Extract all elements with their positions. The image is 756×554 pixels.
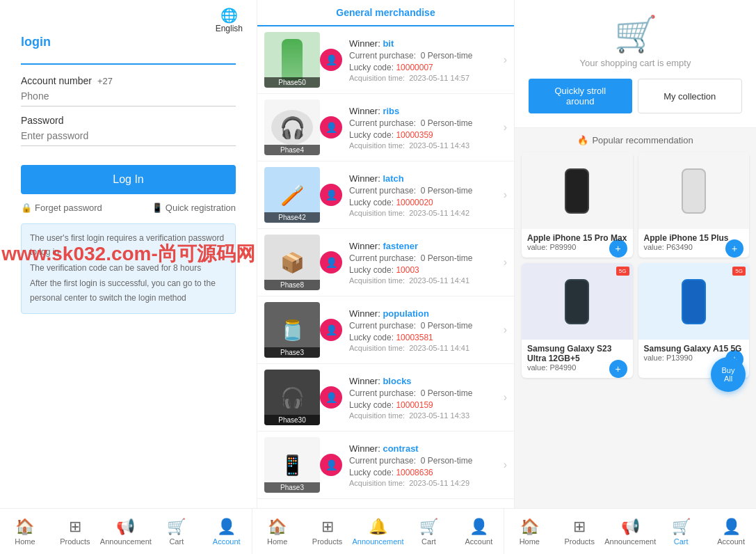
fire-icon: 🔥 [577,135,588,145]
nav-label: Account [717,537,745,546]
action-buttons: Quickly stroll around My collection [529,79,742,113]
buy-all-button[interactable]: Buy All [711,357,746,392]
nav-item-products-left[interactable]: ⊞ Products [50,509,100,554]
right-panel: 🛒 Your shopping cart is empty Quickly st… [515,0,756,508]
avatar: 👤 [320,49,342,71]
collection-button[interactable]: My collection [638,79,743,113]
quick-registration-link[interactable]: 📱 Quick registration [152,203,236,213]
product-info: Winner: fastener Current purchase: 0 Per… [342,241,504,285]
product-info: Winner: blocks Current purchase: 0 Perso… [342,376,504,420]
chevron-right-icon: › [504,324,507,336]
bottom-nav-container: 🏠 Home ⊞ Products 📢 Announcement 🛒 Cart … [0,508,756,554]
cart-section: 🛒 Your shopping cart is empty Quickly st… [515,0,756,128]
nav-label: Cart [169,537,184,546]
globe-icon: 🌐 [220,7,238,24]
product-card-info: Samsung Galaxy S23 Ultra 12GB+5 value: P… [522,340,633,376]
popular-header: 🔥 Popular recommendation [522,135,749,145]
nav-item-account-mid[interactable]: 👤 Account [453,509,504,554]
home-icon: 🏠 [268,518,287,536]
account-number-label: Account number [21,75,92,86]
nav-item-announcement-mid[interactable]: 🔔 Announcement [353,509,404,554]
nav-label: Account [465,537,493,546]
nav-item-announcement-left[interactable]: 📢 Announcement [100,509,152,554]
cart-icon: 🛒 [672,518,691,536]
account-icon: 👤 [469,518,488,536]
list-item[interactable]: 🫙 Phase3 👤 Winner: population Current pu… [257,296,514,364]
nav-label: Announcement [100,537,152,546]
add-to-cart-button[interactable]: + [609,360,627,378]
nav-item-home-left[interactable]: 🏠 Home [0,509,50,554]
product-thumbnail: 📱 Phase3 [264,437,320,493]
nav-item-announcement-right[interactable]: 📢 Announcement [604,509,656,554]
nav-item-account-right[interactable]: 👤 Account [706,509,756,554]
product-info: Winner: contrast Current purchase: 0 Per… [342,443,504,487]
lock-icon: 🔒 [21,203,32,213]
cart-icon: 🛒 [419,518,438,536]
nav-label: Products [565,537,595,546]
product-info: Winner: population Current purchase: 0 P… [342,308,504,352]
product-value-label: value: P13990 [644,354,693,362]
product-card-image: 5G [638,263,750,340]
product-thumbnail: 🎧 Phase30 [264,370,320,425]
nav-item-cart-mid[interactable]: 🛒 Cart [404,509,454,554]
product-info: Winner: bit Current purchase: 0 Person-t… [342,38,504,82]
product-card[interactable]: 5G Samsung Galaxy S23 Ultra 12GB+5 value… [522,263,633,378]
product-name: Apple iPhone 15 Pro Max [527,233,627,243]
chevron-right-icon: › [504,256,507,269]
nav-item-account-left[interactable]: 👤 Account [202,509,252,554]
divider [21,63,236,65]
products-panel: General merchandise Phase50 👤 Winner: bi… [257,0,515,508]
nav-label: Cart [674,537,689,546]
home-icon: 🏠 [520,518,539,536]
nav-section-middle: 🏠 Home ⊞ Products 🔔 Announcement 🛒 Cart … [252,509,505,554]
nav-section-right: 🏠 Home ⊞ Products 📢 Announcement 🛒 Cart … [504,509,756,554]
list-item[interactable]: 🎧 Phase30 👤 Winner: blocks Current purch… [257,364,514,432]
chevron-right-icon: › [504,391,507,404]
product-card-image [638,152,750,229]
phone-input[interactable] [21,86,236,106]
list-item[interactable]: 📦 Phase8 👤 Winner: fastener Current purc… [257,229,514,296]
product-card-info: Apple iPhone 15 Plus value: P63490 + [638,229,750,255]
product-value-label: value: P63490 [644,243,693,251]
info-box: The user's first login requires a verifi… [21,223,236,314]
list-item[interactable]: Phase50 👤 Winner: bit Current purchase: … [257,26,514,94]
internet-badge: 5G [732,267,746,276]
product-thumbnail: Phase50 [264,32,320,88]
country-code: +27 [97,76,113,86]
nav-item-products-right[interactable]: ⊞ Products [554,509,604,554]
product-value-label: value: P89990 [527,243,576,251]
nav-item-cart-right[interactable]: 🛒 Cart [656,509,706,554]
product-card[interactable]: Apple iPhone 15 Pro Max value: P89990 + [522,152,633,258]
account-number-group: Account number +27 [21,75,236,106]
product-name: Samsung Galaxy A15 5G [644,344,744,354]
list-item[interactable]: 🎧 Phase4 👤 Winner: ribs Current purchase… [257,94,514,161]
product-value-label: value: P84990 [527,363,576,372]
nav-label: Products [60,537,90,546]
stroll-button[interactable]: Quickly stroll around [529,79,632,113]
account-icon: 👤 [722,518,741,536]
nav-item-products-mid[interactable]: ⊞ Products [303,509,353,554]
list-item[interactable]: 🪥 Phase42 👤 Winner: latch Current purcha… [257,161,514,229]
product-card[interactable]: Apple iPhone 15 Plus value: P63490 + [638,152,750,258]
list-item[interactable]: 📱 Phase3 👤 Winner: contrast Current purc… [257,432,514,499]
home-icon: 🏠 [15,518,34,536]
product-info: Winner: ribs Current purchase: 0 Person-… [342,106,504,150]
popular-label: Popular recommendation [592,135,693,145]
login-title: login [21,35,236,49]
language-selector[interactable]: 🌐 English [216,7,243,33]
chevron-right-icon: › [504,189,507,201]
products-icon: ⊞ [69,518,81,536]
avatar: 👤 [320,251,342,274]
login-button[interactable]: Log In [21,165,236,194]
nav-label: Home [520,537,540,546]
buy-all-container: Buy All [515,385,756,427]
nav-item-home-right[interactable]: 🏠 Home [504,509,554,554]
forget-password-link[interactable]: 🔒 Forget password [21,203,102,213]
products-grid: Apple iPhone 15 Pro Max value: P89990 + … [522,152,749,378]
avatar: 👤 [320,116,342,138]
nav-item-cart-left[interactable]: 🛒 Cart [152,509,202,554]
password-input[interactable] [21,126,236,146]
product-card-image [522,152,633,229]
nav-item-home-mid[interactable]: 🏠 Home [252,509,303,554]
product-card-info: Apple iPhone 15 Pro Max value: P89990 + [522,229,633,255]
